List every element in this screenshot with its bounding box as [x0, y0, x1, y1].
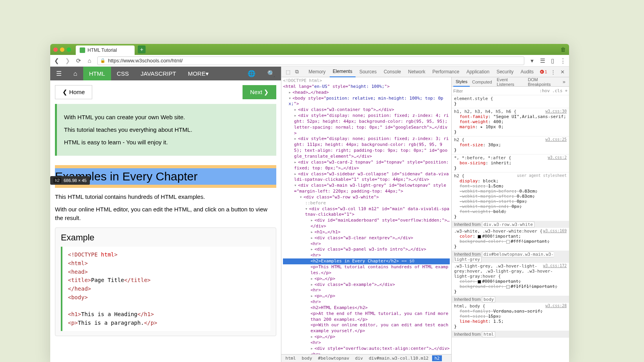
styles-tabbar: Styles Computed Event Listeners DOM Brea…	[452, 77, 569, 87]
crumb-div[interactable]: div	[353, 355, 365, 361]
lock-icon: 🔒	[100, 58, 106, 63]
crumb-main[interactable]: div#main.w3-col.l10.m12	[367, 355, 431, 361]
rule-h2-author: w3.css:25 h2 { font-size: 30px; }	[452, 136, 569, 155]
styles-tab-computed[interactable]: Computed	[470, 77, 494, 87]
url-text: https://www.w3schools.com/html/	[108, 58, 183, 64]
intro-p2: This tutorial teaches you everything abo…	[64, 125, 269, 135]
new-tab-button[interactable]: +	[138, 45, 146, 53]
cls-toggle[interactable]: .cls	[552, 88, 563, 93]
intro-p1: With HTML you can create your own Web si…	[64, 113, 269, 122]
inherited-1: Inherited from div.w3-row.w3-white	[452, 221, 569, 228]
inspect-element-icon[interactable]: ⬚	[284, 69, 292, 75]
para-2: With our online HTML editor, you can edi…	[55, 205, 276, 222]
topnav-html[interactable]: HTML	[83, 67, 111, 80]
tooltip-tag: h2	[53, 178, 61, 183]
elements-tree[interactable]: <!DOCTYPE html> <html lang="en-US" style…	[281, 77, 451, 354]
dt-tab-security[interactable]: Security	[493, 67, 516, 77]
minimize-window-button[interactable]	[60, 47, 64, 52]
add-rule-icon[interactable]: +	[565, 88, 567, 93]
dt-tab-network[interactable]: Network	[405, 67, 429, 77]
rule-element-style: element.style {}	[452, 95, 569, 108]
browser-tab[interactable]: HTML Tutorial	[76, 45, 135, 55]
styles-more-icon[interactable]: »	[560, 79, 567, 85]
highlight-margin-bottom	[55, 185, 276, 188]
breadcrumb-bar[interactable]: html body #belowtopnav div div#main.w3-c…	[281, 354, 451, 362]
styles-filter-row: Filter :hov .cls +	[452, 87, 569, 95]
topnav-more[interactable]: MORE ▾	[182, 67, 215, 80]
styles-panel: Styles Computed Event Listeners DOM Brea…	[451, 77, 569, 362]
inherited-3: Inherited from body	[452, 296, 569, 303]
nav-bar: ❮ ❯ ⟳ ⌂ 🔒 https://www.w3schools.com/html…	[50, 55, 569, 67]
example-box: Example <!DOCTYPE html> <html> <head> <t…	[55, 227, 276, 336]
dt-tab-application[interactable]: Application	[463, 67, 493, 77]
crumb-body[interactable]: body	[299, 355, 315, 361]
elements-panel: <!DOCTYPE html> <html lang="en-US" style…	[281, 77, 451, 362]
rule-html-body: w3.css:28 html, body { font-family: Verd…	[452, 303, 569, 331]
crumb-html[interactable]: html	[283, 355, 298, 361]
selected-element: <h2>Examples in Every Chapter</h2> == $0	[283, 258, 450, 264]
search-icon[interactable]: 🔍	[261, 67, 281, 80]
tooltip-dims: 686.98 × 45	[64, 178, 86, 183]
rule-universal: w3.css:2 *, *:before, *:after { box-sizi…	[452, 155, 569, 173]
forward-button[interactable]: ❯	[64, 57, 71, 64]
intro-p3: HTML is easy to learn - You will enjoy i…	[64, 138, 269, 147]
dt-tab-elements[interactable]: Elements	[330, 67, 356, 77]
globe-icon[interactable]: 🌐	[242, 67, 261, 80]
devtools-close-icon[interactable]: ✕	[558, 69, 567, 75]
styles-tab-styles[interactable]: Styles	[453, 77, 470, 87]
devtools-main: <!DOCTYPE html> <html lang="en-US" style…	[281, 77, 569, 362]
devtools-area: ⬚ ⧉ Memory Elements Sources Console Netw…	[281, 67, 569, 362]
panel-icon[interactable]: ▯	[549, 57, 556, 64]
hov-toggle[interactable]: :hov	[539, 88, 550, 93]
topnav-css[interactable]: CSS	[111, 67, 135, 80]
reload-button[interactable]: ⟳	[75, 57, 82, 64]
topnav-javascript[interactable]: JAVASCRIPT	[135, 67, 182, 80]
download-icon[interactable]: ▾	[529, 57, 535, 64]
example-title: Example	[61, 233, 270, 243]
devtools-menu-icon[interactable]: ⋮	[549, 69, 558, 75]
code-area: <!DOCTYPE html> <html> <head> <title>Pag…	[61, 247, 270, 331]
rule-w3-white: w3.css:169 .w3-white, .w3-hover-white:ho…	[452, 228, 569, 251]
favicon-icon	[80, 47, 85, 53]
url-bar[interactable]: 🔒 https://www.w3schools.com/html/	[97, 56, 524, 65]
menu-icon[interactable]: ⋮	[560, 57, 566, 64]
maximize-window-button[interactable]	[67, 47, 71, 52]
dt-tab-console[interactable]: Console	[381, 67, 404, 77]
reader-icon[interactable]: ☰	[539, 57, 545, 64]
error-indicator[interactable]: ✕1	[540, 69, 547, 74]
styles-content[interactable]: element.style {} w3.css:30 h1, h2, h3, h…	[452, 95, 569, 362]
nav-right: ▾ ☰ ▯ ⋮	[529, 57, 566, 64]
home-icon[interactable]: ⌂	[68, 67, 83, 80]
page-area: ☰ ⌂ HTML CSS JAVASCRIPT MORE ▾ 🌐 🔍 ❮ Hom…	[50, 67, 281, 362]
page-content: ❮ Home Next ❯ With HTML you can create y…	[50, 80, 281, 362]
inspect-tooltip: h2 686.98 × 45	[50, 176, 90, 185]
rule-h2-ua: user agent stylesheet h2 { display: bloc…	[452, 173, 569, 221]
crumb-h2[interactable]: h2	[432, 355, 442, 361]
close-window-button[interactable]	[53, 47, 58, 52]
dt-tab-sources[interactable]: Sources	[356, 67, 380, 77]
device-toggle-icon[interactable]: ⧉	[293, 69, 301, 75]
w3-topnav: ☰ ⌂ HTML CSS JAVASCRIPT MORE ▾ 🌐 🔍	[50, 67, 281, 80]
hamburger-icon[interactable]: ☰	[50, 67, 68, 80]
back-button[interactable]: ❮	[53, 57, 60, 64]
browser-window: HTML Tutorial + 🗑 ❮ ❯ ⟳ ⌂ 🔒 https://www.…	[50, 44, 569, 362]
traffic-lights	[53, 47, 71, 52]
home-prev-button[interactable]: ❮ Home	[55, 85, 92, 99]
inherited-4: Inherited from html	[452, 331, 569, 338]
crumb-belowtopnav[interactable]: #belowtopnav	[316, 355, 351, 361]
home-button[interactable]: ⌂	[86, 57, 93, 64]
filter-input[interactable]: Filter	[453, 89, 463, 93]
intro-panel: With HTML you can create your own Web si…	[55, 104, 276, 156]
highlight-margin-top	[55, 165, 276, 168]
trash-icon[interactable]: 🗑	[560, 46, 566, 53]
nav-prev-next: ❮ Home Next ❯	[55, 85, 276, 99]
dt-tab-audits[interactable]: Audits	[518, 67, 537, 77]
rule-w3-light-grey: w3.css:172 .w3-light-grey, .w3-hover-lig…	[452, 263, 569, 296]
next-button[interactable]: Next ❯	[243, 85, 276, 99]
devtools-toolbar: ⬚ ⧉ Memory Elements Sources Console Netw…	[281, 67, 569, 77]
styles-tab-dom[interactable]: DOM Breakpoints	[525, 77, 560, 87]
dt-tab-performance[interactable]: Performance	[429, 67, 463, 77]
para-1: This HTML tutorial contains hundreds of …	[55, 193, 276, 201]
styles-tab-listeners[interactable]: Event Listeners	[494, 77, 525, 87]
dt-tab-memory[interactable]: Memory	[305, 67, 328, 77]
